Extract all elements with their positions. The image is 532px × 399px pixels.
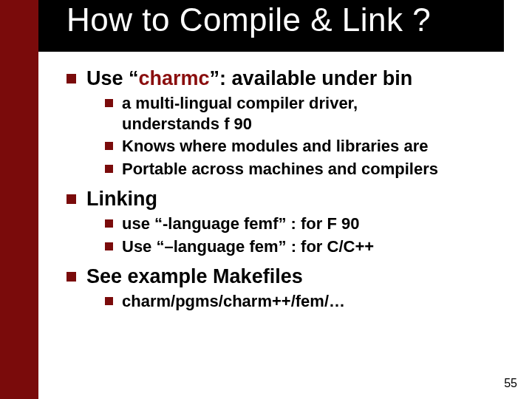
bullet-level2: Knows where modules and libraries are	[66, 136, 502, 157]
text-suffix: ”: available under bin	[210, 67, 413, 89]
bullet-level2: use “-language femf” : for F 90	[66, 214, 502, 234]
square-bullet-icon	[66, 272, 76, 282]
square-bullet-icon	[66, 74, 76, 83]
bullet-text: See example Makefiles	[86, 265, 303, 287]
bullet-text: a multi-lingual compiler driver,	[122, 94, 358, 112]
square-bullet-icon	[105, 242, 113, 250]
bullet-text: Portable across machines and compilers	[122, 160, 438, 178]
square-bullet-icon	[105, 99, 113, 107]
bullet-level2: Use “–language fem” : for C/C++	[66, 236, 502, 257]
square-bullet-icon	[105, 142, 113, 150]
bullet-level1: See example Makefiles	[66, 265, 502, 288]
text-prefix: Use “	[86, 67, 139, 89]
bullet-level1: Linking	[66, 188, 502, 211]
slide: How to Compile & Link ? Use “charmc”: av…	[0, 0, 532, 399]
page-number: 55	[504, 377, 517, 390]
bullet-text: charm/pgms/charm++/fem/…	[122, 292, 345, 310]
left-accent-bar	[0, 0, 38, 399]
bullet-level2: charm/pgms/charm++/fem/…	[66, 291, 502, 312]
slide-title: How to Compile & Link ?	[66, 1, 431, 38]
bullet-text: Knows where modules and libraries are	[122, 137, 428, 155]
bullet-level1: Use “charmc”: available under bin	[66, 67, 502, 90]
square-bullet-icon	[105, 297, 113, 305]
bullet-text: Linking	[86, 188, 157, 210]
bullet-text: Use “–language fem” : for C/C++	[122, 237, 374, 256]
bullet-level2: Portable across machines and compilers	[66, 159, 502, 180]
square-bullet-icon	[105, 219, 113, 228]
square-bullet-icon	[66, 194, 76, 204]
text-accent: charmc	[139, 67, 210, 89]
bullet-text-cont: understands f 90	[105, 114, 502, 134]
bullet-level2: a multi-lingual compiler driver, underst…	[66, 93, 502, 134]
slide-content: Use “charmc”: available under bin a mult…	[66, 63, 502, 313]
square-bullet-icon	[105, 165, 113, 173]
bullet-text: use “-language femf” : for F 90	[122, 214, 360, 233]
